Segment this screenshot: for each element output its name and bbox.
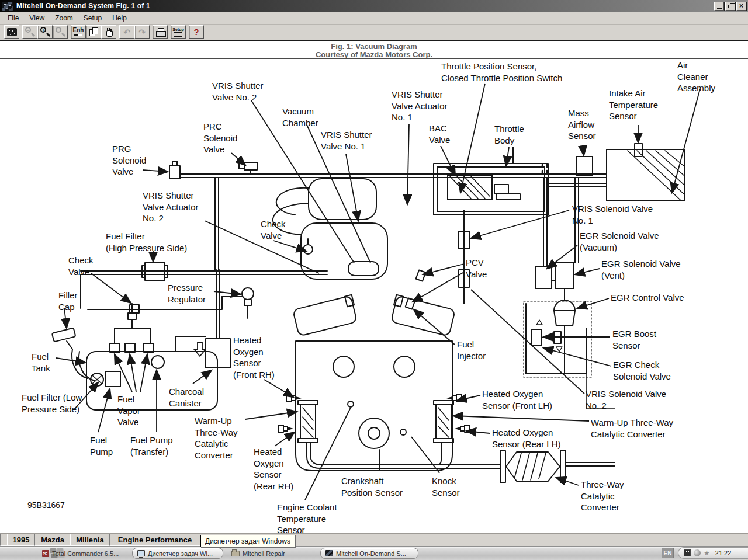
tray-grid-icon[interactable] — [684, 549, 691, 556]
zoom-in-icon: + — [40, 27, 50, 37]
label-fuel-filter-high-pressure: Fuel Filter (High Pressure Side) — [106, 231, 187, 253]
close-icon: × — [739, 2, 743, 9]
nav-system[interactable]: Engine Performance — [109, 534, 200, 546]
restore-icon — [728, 5, 732, 8]
label-heated-oxygen-sensor-front-rh: Heated Oxygen Sensor (Front RH) — [233, 335, 275, 380]
label-vris-shutter-valve-actuator-no-2: VRIS Shutter Valve Actuator No. 2 — [143, 190, 199, 224]
label-prg-solenoid-valve: PRG Solenoid Valve — [112, 143, 146, 178]
label-warm-up-twc-right: Warm-Up Three-Way Catalytic Converter — [591, 417, 673, 440]
restore-button[interactable] — [725, 2, 735, 11]
close-button[interactable]: × — [736, 2, 746, 11]
window-title: Mitchell On-Demand System Fig. 1 of 1 — [16, 2, 713, 10]
label-fuel-tank: Fuel Tank — [32, 351, 50, 374]
undo-button[interactable]: ↶ — [119, 25, 134, 39]
label-mass-airflow-sensor: Mass Airflow Sensor — [568, 107, 596, 142]
taskbar-tooltip: Диспетчер задач Windows — [200, 535, 295, 547]
nav-year[interactable]: 1995 — [8, 534, 34, 546]
label-pcv-valve: PCV Valve — [466, 257, 487, 280]
print-button[interactable] — [153, 25, 168, 39]
vacuum-diagram: VRIS Shutter Valve No. 2 Throttle Positi… — [0, 59, 748, 533]
taskbar-button-mitchell-repair[interactable]: Mitchell Repair — [227, 548, 290, 559]
label-prc-solenoid-valve: PRC Solenoid Valve — [203, 121, 237, 155]
label-three-way-catalytic-converter: Three-Way Catalytic Converter — [581, 479, 624, 513]
nav-stub — [0, 534, 8, 546]
label-pressure-regulator: Pressure Regulator — [168, 282, 206, 305]
pan-button[interactable] — [101, 25, 116, 39]
zoom-out-button[interactable]: − — [22, 25, 37, 39]
figure-title: Fig. 1: Vacuum Diagram — [0, 41, 748, 51]
figure-courtesy: Courtesy of Mazda Motors Corp. — [0, 51, 748, 59]
label-fuel-pump-transfer: Fuel Pump (Transfer) — [130, 434, 173, 457]
enhance-button[interactable]: Enh — [71, 25, 86, 39]
label-intake-air-temperature-sensor: Intake Air Temperature Sensor — [609, 88, 658, 122]
enhance-icon: Enh — [73, 27, 84, 36]
label-throttle-position-sensor: Throttle Position Sensor, Closed Throttl… — [441, 61, 562, 84]
tray-disc-icon[interactable] — [694, 549, 701, 556]
menu-file[interactable]: File — [2, 12, 24, 24]
label-charcoal-canister: Charcoal Canister — [169, 386, 204, 409]
zoom-out-icon: − — [25, 27, 35, 37]
help-button[interactable]: ? — [189, 25, 204, 39]
copy-button[interactable] — [86, 25, 101, 39]
pan-hand-icon — [104, 27, 113, 37]
label-vris-shutter-valve-actuator-no-1: VRIS Shutter Valve Actuator No. 1 — [392, 89, 448, 123]
menu-setup[interactable]: Setup — [78, 12, 107, 24]
label-vris-solenoid-valve-no-1: VRIS Solenoid Valve No. 1 — [572, 203, 653, 226]
context-nav-bar: 1995 Mazda Millenia Engine Performance — [0, 533, 748, 546]
label-check-valve-left: Check Valve — [68, 255, 94, 277]
taskbar-button-total-commander[interactable]: Total Commander 6.5... — [37, 548, 124, 559]
menu-bar: File View Zoom Setup Help — [0, 12, 748, 25]
title-bar: Mitchell On-Demand System Fig. 1 of 1 × — [0, 0, 748, 12]
label-throttle-body: Throttle Body — [494, 123, 524, 146]
mitchell-app-icon — [325, 550, 333, 556]
label-bac-valve: BAC Valve — [429, 123, 450, 145]
task-manager-icon — [137, 550, 145, 556]
label-egr-solenoid-valve-vacuum: EGR Solenoid Valve (Vacuum) — [580, 230, 659, 253]
label-warm-up-twc-left: Warm-Up Three-Way Catalytic Converter — [195, 415, 238, 461]
clock: 21:22 — [715, 549, 732, 556]
label-check-valve-mid: Check Valve — [261, 218, 286, 241]
image-viewer-icon — [7, 28, 17, 36]
system-tray: ★ 21:22 — [678, 547, 748, 559]
zoom-region-button[interactable] — [53, 25, 68, 39]
figure-code: 95B31667 — [27, 500, 65, 510]
zoom-region-icon — [55, 27, 65, 37]
toolbar: − + Enh ↶ ↷ Setup ? — [0, 25, 748, 40]
undo-icon: ↶ — [123, 28, 130, 36]
label-vacuum-chamber: Vacuum Chamber — [282, 106, 318, 128]
tray-star-icon[interactable]: ★ — [704, 549, 710, 556]
redo-icon: ↷ — [138, 28, 146, 36]
minimize-icon — [717, 8, 722, 9]
label-fuel-vapor-valve: Fuel Vapor Valve — [117, 394, 140, 428]
label-filler-cap: Filler Cap — [58, 290, 78, 312]
label-egr-boost-sensor: EGR Boost Sensor — [612, 328, 656, 351]
label-vris-shutter-valve-no-1: VRIS Shutter Valve No. 1 — [321, 129, 372, 152]
label-egr-check-solenoid-valve: EGR Check Solenoid Valve — [613, 359, 671, 382]
label-air-cleaner-assembly: Air Cleaner Assembly — [677, 60, 715, 94]
folder-icon — [231, 551, 240, 556]
redo-button[interactable]: ↷ — [134, 25, 150, 39]
help-icon: ? — [194, 28, 199, 36]
label-egr-control-valve: EGR Control Valve — [611, 292, 684, 304]
taskbar-button-mitchell-on-demand[interactable]: Mitchell On-Demand S... — [320, 548, 418, 559]
taskbar-button-task-manager[interactable]: Диспетчер задач Wi... — [132, 548, 223, 559]
copy-icon — [89, 27, 98, 37]
menu-view[interactable]: View — [24, 12, 50, 24]
label-engine-coolant-temperature-sensor: Engine Coolant Temperature Sensor — [277, 502, 337, 533]
nav-make[interactable]: Mazda — [34, 534, 71, 546]
label-heated-oxygen-sensor-rear-lh: Heated Oxygen Sensor (Rear LH) — [492, 427, 561, 450]
menu-help[interactable]: Help — [107, 12, 132, 24]
nav-model[interactable]: Millenia — [71, 534, 109, 546]
label-knock-sensor: Knock Sensor — [432, 475, 460, 498]
minimize-button[interactable] — [714, 2, 724, 11]
image-viewer-button[interactable] — [4, 25, 19, 39]
language-indicator[interactable]: EN — [662, 548, 674, 558]
label-heated-oxygen-sensor-rear-rh: Heated Oxygen Sensor (Rear RH) — [254, 446, 293, 492]
menu-zoom[interactable]: Zoom — [50, 12, 78, 24]
setup-button[interactable]: Setup — [171, 25, 186, 39]
print-icon — [155, 28, 165, 36]
screen: { "window": { "title": "Mitchell On-Dema… — [0, 0, 748, 560]
label-fuel-injector: Fuel Injector — [457, 339, 486, 361]
label-vris-shutter-valve-no-2: VRIS Shutter Valve No. 2 — [212, 80, 264, 103]
zoom-in-button[interactable]: + — [37, 25, 53, 39]
